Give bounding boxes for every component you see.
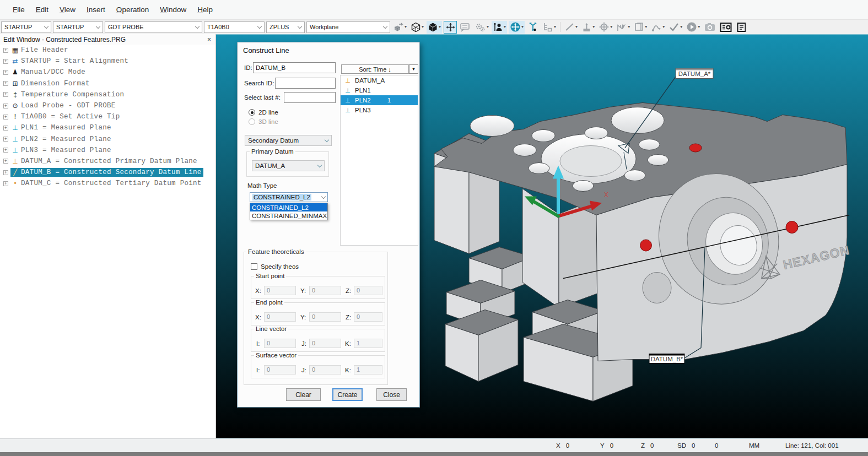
tree-item-load-probe[interactable]: +⊙Load Probe - GDT PROBE (0, 100, 215, 111)
report-window-icon[interactable] (719, 21, 733, 34)
search-id-label: Search ID: (244, 80, 274, 86)
close-icon[interactable]: × (207, 36, 211, 44)
tree-item-startup[interactable]: +⇄STARTUP = Start Alignment (0, 56, 215, 67)
line-feature-icon[interactable]: ▾ (563, 21, 579, 34)
feature-theoreticals-label: Feature theoreticals (246, 248, 306, 255)
tree-item-pln1[interactable]: +⊥PLN1 = Measured Plane (0, 122, 215, 133)
math-type-combo[interactable]: CONSTRAINED_L2 (250, 192, 328, 202)
tree-item-datum-b[interactable]: +╱DATUM_B = Constructed Secondary Datum … (0, 167, 215, 178)
tree-item-pln3[interactable]: +⊥PLN3 = Measured Plane (0, 145, 215, 156)
construct-line-dialog: Construct Line ID: Search ID: Select las… (237, 42, 420, 408)
tree-item-pln2[interactable]: +⊥PLN2 = Measured Plane (0, 134, 215, 145)
end-y-field: 0 (309, 312, 341, 322)
surface-vector-label: Surface vector (254, 352, 298, 359)
tree-item-datum-a[interactable]: +⊥DATUM_A = Constructed Primary Datum Pl… (0, 156, 215, 167)
path-icon[interactable]: ▾ (650, 21, 666, 34)
expander-icon[interactable]: + (3, 126, 8, 131)
tree-item-manual-dcc[interactable]: +♟Manual/DCC Mode (0, 67, 215, 78)
clear-button[interactable]: Clear (286, 388, 321, 401)
specify-theos-checkbox[interactable]: Specify theos (251, 263, 299, 270)
math-option-constrained-minmax[interactable]: CONSTRAINED_MINMAX (250, 211, 327, 220)
chevron-down-icon (298, 24, 302, 28)
workplane-combo[interactable]: Workplane (306, 21, 390, 33)
solid-view-icon[interactable]: ▾ (427, 21, 442, 34)
k-label: K: (345, 340, 351, 347)
chevron-down-icon (195, 24, 200, 28)
line-i-field: 0 (264, 339, 296, 348)
math-type-dropdown: CONSTRAINED_L2 CONSTRAINED_MINMAX (250, 203, 328, 220)
radio-2d-line[interactable]: 2D line (249, 109, 278, 116)
target-feature-icon[interactable]: ▾ (597, 21, 613, 34)
feature-item-pln3[interactable]: ⊥PLN3 (341, 105, 418, 115)
tree-item-temperature[interactable]: +‡Temperature Compensation (0, 89, 215, 100)
edit-window-icon[interactable] (735, 21, 748, 34)
probe-combo[interactable]: GDT PROBE (105, 21, 202, 33)
menu-operation[interactable]: Operation (111, 3, 154, 16)
expander-icon[interactable]: + (3, 70, 8, 75)
measured-plane-icon: ⊥ (344, 87, 352, 94)
expander-icon[interactable]: + (3, 181, 8, 186)
search-id-input[interactable] (275, 78, 336, 89)
probe-vector-icon[interactable] (526, 21, 540, 34)
wireframe-view-icon[interactable]: ▾ (409, 21, 425, 34)
expander-icon[interactable]: + (3, 48, 8, 53)
workplane-axis-combo[interactable]: ZPLUS (266, 21, 305, 33)
line-k-field: 1 (354, 339, 382, 348)
feature-tree-icon[interactable]: ▾ (541, 21, 557, 34)
menu-view[interactable]: View (55, 3, 80, 16)
menu-edit[interactable]: Edit (31, 3, 53, 16)
alignment-icon: ⇄ (11, 57, 19, 65)
settings-gears-icon[interactable]: ▾ (473, 21, 490, 34)
expander-icon[interactable]: + (3, 137, 8, 142)
copy-window-icon[interactable]: ▾ (633, 21, 648, 34)
temperature-icon: ‡ (11, 91, 19, 99)
camera-icon[interactable] (703, 21, 717, 34)
startup-combo[interactable]: STARTUP (53, 21, 103, 33)
menu-insert[interactable]: Insert (82, 3, 110, 16)
selection-order: 1 (387, 97, 391, 104)
create-button[interactable]: Create (332, 388, 363, 401)
sort-header[interactable]: Sort: Time ↓ (341, 64, 409, 74)
comment-icon[interactable] (459, 21, 472, 34)
tree-item-dimension-format[interactable]: +⊞Dimension Format (0, 78, 215, 89)
chevron-down-icon (321, 194, 326, 198)
expander-icon[interactable]: + (3, 104, 8, 108)
start-point-label: Start point (254, 273, 286, 279)
expander-icon[interactable]: + (3, 81, 8, 86)
expander-icon[interactable]: + (3, 159, 8, 164)
datum-role-combo[interactable]: Secondary Datum (245, 135, 332, 146)
feature-item-pln2[interactable]: ⊥PLN21 (341, 95, 418, 105)
perpendicular-feature-icon[interactable]: ▾ (580, 21, 596, 34)
manual-mode-icon[interactable]: ▾ (492, 21, 507, 34)
close-button[interactable]: Close (376, 388, 407, 401)
chevron-down-icon (383, 24, 387, 28)
feature-item-datum-a[interactable]: ⊥DATUM_A (341, 75, 418, 85)
move-vector-icon[interactable]: ▾ (615, 21, 631, 34)
primary-datum-combo[interactable]: DATUM_A (252, 160, 325, 171)
radio-icon (249, 118, 255, 125)
edit-window-header: Edit Window - Constructed Features.PRG × (0, 34, 215, 45)
machine-move-icon[interactable]: ▾ (509, 21, 525, 34)
execute-icon[interactable]: ▾ (685, 21, 701, 34)
id-input[interactable] (253, 62, 336, 73)
menu-file[interactable]: File (8, 3, 30, 16)
expander-icon[interactable]: + (3, 148, 8, 153)
view-orientation-icon[interactable]: ▾ (392, 21, 408, 34)
tip-combo[interactable]: T1A0B0 (204, 21, 265, 33)
sort-dropdown-button[interactable]: ▼ (409, 64, 418, 74)
expander-icon[interactable]: + (3, 92, 8, 97)
check-icon[interactable]: ▾ (667, 21, 683, 34)
math-option-constrained-l2[interactable]: CONSTRAINED_L2 (250, 203, 327, 211)
tree-item-datum-c[interactable]: +•DATUM_C = Constructed Tertiary Datum P… (0, 178, 215, 189)
select-last-input[interactable] (284, 92, 336, 103)
expander-icon[interactable]: + (3, 170, 8, 175)
expander-icon[interactable]: + (3, 115, 8, 120)
menu-help[interactable]: Help (192, 3, 218, 16)
pan-view-icon[interactable] (444, 21, 457, 34)
alignment-combo[interactable]: STARTUP (1, 21, 51, 33)
menu-window[interactable]: Window (155, 3, 191, 16)
tree-item-file-header[interactable]: +▦File Header (0, 45, 215, 56)
expander-icon[interactable]: + (3, 59, 8, 64)
tree-item-active-tip[interactable]: +!T1A0B0 = Set Active Tip (0, 111, 215, 122)
feature-item-pln1[interactable]: ⊥PLN1 (341, 85, 418, 95)
